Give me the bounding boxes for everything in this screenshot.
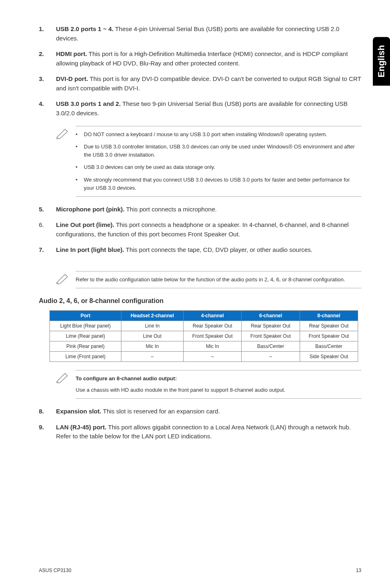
list-item: 8. Expansion slot. This slot is reserved… <box>39 407 361 416</box>
list-text: LAN (RJ-45) port. This port allows gigab… <box>56 423 361 441</box>
list-number: 2. <box>39 49 56 68</box>
list-text: HDMI port. This port is for a High-Defin… <box>56 49 361 68</box>
list-item: 1. USB 2.0 ports 1 ~ 4. These 4-pin Univ… <box>39 25 361 43</box>
bullet-text: Due to USB 3.0 controller limitation, US… <box>84 143 361 159</box>
bullet-item: •DO NOT connect a keyboard / mouse to an… <box>76 130 361 139</box>
table-row: Lime (Front panel) – – – Side Speaker Ou… <box>50 351 358 361</box>
bullet-dot: • <box>76 163 84 171</box>
note-content: Refer to the audio configuration table b… <box>76 271 361 288</box>
table-cell: Rear Speaker Out <box>183 321 241 331</box>
table-header-row: Port Headset 2-channel 4-channel 6-chann… <box>50 310 358 321</box>
table-cell: Rear Speaker Out <box>300 321 358 331</box>
bullet-item: •USB 3.0 devices can only be used as dat… <box>76 163 361 171</box>
table-cell: Front Speaker Out <box>183 331 241 341</box>
pencil-icon <box>56 271 76 288</box>
list-item: 9. LAN (RJ-45) port. This port allows gi… <box>39 423 361 441</box>
list-item: 4. USB 3.0 ports 1 and 2. These two 9-pi… <box>39 99 361 118</box>
table-cell: Rear Speaker Out <box>242 321 300 331</box>
list-body: This port is for a High-Definition Multi… <box>56 50 348 67</box>
pencil-icon <box>56 126 76 197</box>
list-item: 7. Line In port (light blue). This port … <box>39 245 361 255</box>
list-number: 7. <box>39 245 56 255</box>
table-header: 8-channel <box>300 310 358 321</box>
table-cell: Bass/Center <box>242 341 300 351</box>
list-item: 6. Line Out port (lime). This port conne… <box>39 220 361 239</box>
bullet-dot: • <box>76 143 84 159</box>
list-bold: USB 2.0 ports 1 ~ 4. <box>56 25 113 32</box>
list-number: 1. <box>39 25 56 43</box>
list-text: USB 2.0 ports 1 ~ 4. These 4-pin Univers… <box>56 25 361 43</box>
table-cell: – <box>183 351 241 361</box>
note-content: •DO NOT connect a keyboard / mouse to an… <box>76 126 361 197</box>
list-text: Line In port (light blue). This port con… <box>56 245 361 255</box>
table-cell: Front Speaker Out <box>242 331 300 341</box>
list-body: This port is for any DVI-D compatible de… <box>56 75 361 92</box>
table-cell: Light Blue (Rear panel) <box>50 321 121 331</box>
configure-body: Use a chassis with HD audio module in th… <box>76 386 361 394</box>
list-bold: DVI-D port. <box>56 75 88 82</box>
table-cell: Mic In <box>183 341 241 351</box>
table-header: Headset 2-channel <box>121 310 183 321</box>
list-bold: Line In port (light blue). <box>56 246 124 253</box>
bullet-dot: • <box>76 176 84 192</box>
list-bold: HDMI port. <box>56 50 87 57</box>
list-number: 9. <box>39 423 56 441</box>
table-cell: – <box>242 351 300 361</box>
table-cell: Pink (Rear panel) <box>50 341 121 351</box>
table-header: Port <box>50 310 121 321</box>
list-item: 3. DVI-D port. This port is for any DVI-… <box>39 74 361 93</box>
page-number: 13 <box>356 568 361 573</box>
table-cell: Line Out <box>121 331 183 341</box>
list-body: This slot is reserved for an expansion c… <box>101 408 220 415</box>
table-row: Pink (Rear panel) Mic In Mic In Bass/Cen… <box>50 341 358 351</box>
list-text: Line Out port (lime). This port connects… <box>56 220 361 239</box>
list-text: Microphone port (pink). This port connec… <box>56 205 361 214</box>
list-bold: Microphone port (pink). <box>56 206 124 213</box>
list-body: This port connects a microphone. <box>124 206 217 213</box>
table-cell: Mic In <box>121 341 183 351</box>
table-cell: Lime (Rear panel) <box>50 331 121 341</box>
page-content: 1. USB 2.0 ports 1 ~ 4. These 4-pin Univ… <box>0 0 390 464</box>
list-text: USB 3.0 ports 1 and 2. These two 9-pin U… <box>56 99 361 118</box>
list-body: This port connects the tape, CD, DVD pla… <box>124 246 313 253</box>
table-header: 4-channel <box>183 310 241 321</box>
bullet-item: •Due to USB 3.0 controller limitation, U… <box>76 143 361 159</box>
bullet-item: •We strongly recommend that you connect … <box>76 176 361 192</box>
list-bold: Expansion slot. <box>56 408 101 415</box>
list-item: 2. HDMI port. This port is for a High-De… <box>39 49 361 68</box>
list-text: DVI-D port. This port is for any DVI-D c… <box>56 74 361 93</box>
table-cell: Bass/Center <box>300 341 358 351</box>
list-item: 5. Microphone port (pink). This port con… <box>39 205 361 214</box>
language-tab: English <box>373 37 390 85</box>
audio-config-table: Port Headset 2-channel 4-channel 6-chann… <box>49 310 358 362</box>
configure-title: To configure an 8-channel audio output: <box>76 375 361 383</box>
table-cell: Front Speaker Out <box>300 331 358 341</box>
bullet-text: DO NOT connect a keyboard / mouse to any… <box>84 130 327 139</box>
list-bold: USB 3.0 ports 1 and 2. <box>56 100 121 107</box>
list-number: 3. <box>39 74 56 93</box>
bullet-text: USB 3.0 devices can only be used as data… <box>84 163 215 171</box>
table-cell: Side Speaker Out <box>300 351 358 361</box>
footer-model: ASUS CP3130 <box>39 568 71 573</box>
bullet-text: We strongly recommend that you connect U… <box>84 176 361 192</box>
list-bold: LAN (RJ-45) port. <box>56 424 106 431</box>
list-number: 6. <box>39 220 56 239</box>
table-row: Light Blue (Rear panel) Line In Rear Spe… <box>50 321 358 331</box>
list-text: Expansion slot. This slot is reserved fo… <box>56 407 361 416</box>
list-bold: Line Out port (lime). <box>56 221 114 228</box>
audio-config-title: Audio 2, 4, 6, or 8-channel configuratio… <box>39 297 361 305</box>
note-block: Refer to the audio configuration table b… <box>56 271 361 288</box>
table-cell: Lime (Front panel) <box>50 351 121 361</box>
table-row: Lime (Rear panel) Line Out Front Speaker… <box>50 331 358 341</box>
table-cell: Line In <box>121 321 183 331</box>
list-number: 5. <box>39 205 56 214</box>
bullet-dot: • <box>76 130 84 139</box>
note-block: •DO NOT connect a keyboard / mouse to an… <box>56 126 361 197</box>
page-footer: ASUS CP3130 13 <box>39 568 361 573</box>
list-number: 4. <box>39 99 56 118</box>
table-cell: – <box>121 351 183 361</box>
note-content: To configure an 8-channel audio output: … <box>76 370 361 399</box>
list-number: 8. <box>39 407 56 416</box>
pencil-icon <box>56 370 76 399</box>
table-header: 6-channel <box>242 310 300 321</box>
